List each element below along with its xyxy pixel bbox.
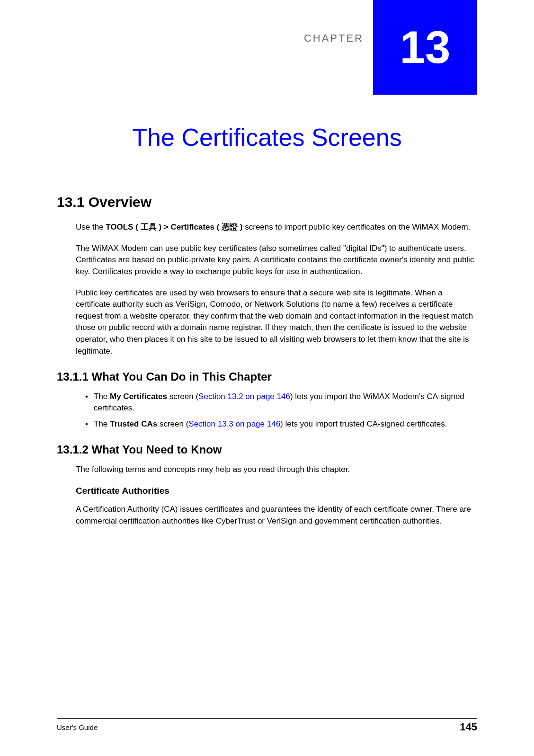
chapter-number: 13 (400, 21, 451, 73)
content-area: 13.1 Overview Use the TOOLS ( 工具 ) > Cer… (57, 194, 477, 537)
link-section-13-2[interactable]: Section 13.2 on page 146 (198, 392, 290, 401)
link-section-13-3[interactable]: Section 13.3 on page 146 (188, 419, 280, 428)
p1-bold-path: TOOLS ( 工具 ) > Certificates ( 憑證 ) (106, 222, 242, 231)
what-you-can-do-list: The My Certificates screen (Section 13.2… (85, 391, 477, 429)
footer-guide-label: User's Guide (57, 723, 98, 731)
chapter-label: CHAPTER (304, 32, 364, 44)
p1-post: screens to import public key certificate… (243, 222, 471, 231)
overview-paragraph-3: Public key certificates are used by web … (76, 287, 477, 357)
certificate-authorities-paragraph: A Certification Authority (CA) issues ce… (76, 504, 477, 527)
bullet1-mid: screen ( (167, 392, 198, 401)
overview-paragraph-1: Use the TOOLS ( 工具 ) > Certificates ( 憑證… (76, 222, 477, 233)
p1-pre: Use the (76, 222, 106, 231)
page-container: CHAPTER 13 The Certificates Screens 13.1… (0, 0, 534, 756)
section-13-1-2-heading: 13.1.2 What You Need to Know (57, 443, 477, 456)
list-item: The My Certificates screen (Section 13.2… (85, 391, 477, 414)
bullet2-pre: The (94, 419, 110, 428)
certificate-authorities-heading: Certificate Authorities (76, 486, 477, 496)
bullet1-bold: My Certificates (110, 392, 167, 401)
section-13-1-heading: 13.1 Overview (57, 194, 477, 210)
section-13-1-1-heading: 13.1.1 What You Can Do in This Chapter (57, 370, 477, 383)
chapter-title: The Certificates Screens (57, 123, 477, 151)
what-you-need-paragraph-1: The following terms and concepts may hel… (76, 464, 477, 476)
bullet2-post: ) lets you import trusted CA-signed cert… (280, 419, 447, 428)
bullet1-pre: The (94, 392, 110, 401)
bullet2-bold: Trusted CAs (110, 419, 157, 428)
page-footer: User's Guide 145 (57, 718, 477, 733)
chapter-number-box: 13 (373, 0, 477, 95)
list-item: The Trusted CAs screen (Section 13.3 on … (85, 418, 477, 430)
bullet2-mid: screen ( (157, 419, 188, 428)
page-number: 145 (460, 721, 477, 733)
overview-paragraph-2: The WiMAX Modem can use public key certi… (76, 243, 477, 278)
